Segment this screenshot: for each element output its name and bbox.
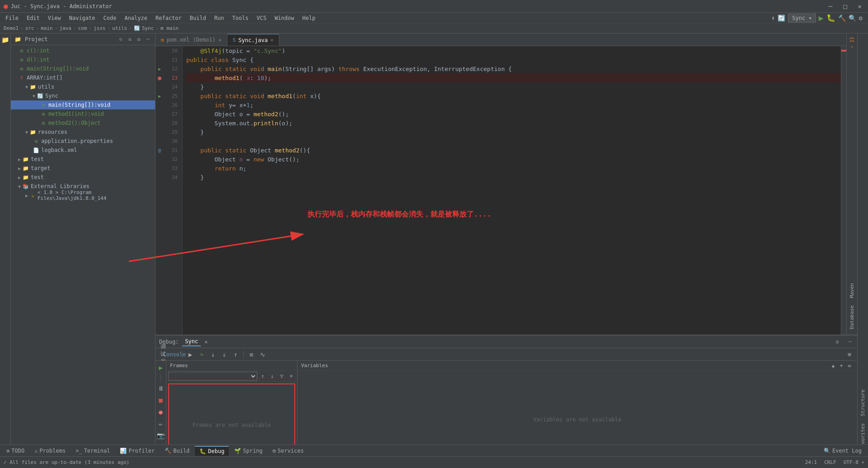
- update-icon[interactable]: 🔄: [778, 14, 785, 22]
- tree-item-test2[interactable]: ▶ 📁 test: [11, 173, 155, 182]
- menu-edit[interactable]: Edit: [23, 14, 43, 22]
- bc-src[interactable]: src: [25, 25, 34, 31]
- bc-utils[interactable]: utils: [112, 25, 127, 31]
- menu-build[interactable]: Build: [186, 14, 210, 22]
- event-log-tab[interactable]: 🔍 Event Log: [819, 446, 866, 456]
- debug-button[interactable]: 🐛: [826, 14, 835, 22]
- debug-settings-icon[interactable]: ⚙: [834, 338, 841, 345]
- sync-close[interactable]: ✕: [270, 37, 274, 43]
- charset[interactable]: UTF-8 ÷: [844, 459, 864, 465]
- step-over-button[interactable]: ↷: [197, 350, 207, 359]
- pom-close[interactable]: ✕: [218, 37, 222, 43]
- tab-debug[interactable]: 🐛 Debug: [195, 446, 229, 456]
- menu-navigate[interactable]: Navigate: [66, 14, 99, 22]
- hide-panel-icon[interactable]: ─: [144, 36, 151, 43]
- close-button[interactable]: ✕: [855, 2, 864, 11]
- tab-services[interactable]: ⚙ Services: [268, 446, 308, 456]
- tab-problems[interactable]: ⚠ Problems: [30, 446, 70, 456]
- tree-item-jdk[interactable]: ▶ ☕ < 1.8 > C:\Program Files\Java\jdk1.8…: [11, 191, 155, 200]
- code-content[interactable]: @Slf4j(topic = "c.Sync") public class Sy…: [183, 46, 841, 335]
- menu-file[interactable]: File: [2, 14, 22, 22]
- tab-profiler[interactable]: 📊 Profiler: [115, 446, 159, 456]
- bc-main-method[interactable]: m main: [160, 25, 179, 31]
- debug-pause-left[interactable]: ⏸: [156, 383, 166, 393]
- resume-button[interactable]: ▶: [185, 350, 195, 359]
- tree-item-test[interactable]: ▶ 📁 test: [11, 155, 155, 164]
- menu-help[interactable]: Help: [299, 14, 319, 22]
- bc-main[interactable]: main: [41, 25, 53, 31]
- tree-item-target[interactable]: ▶ 📁 target: [11, 164, 155, 173]
- run-button[interactable]: ▶: [819, 13, 824, 23]
- vars-scroll-up[interactable]: ▲: [829, 362, 837, 370]
- tree-item-resources[interactable]: ▼ 📁 resources: [11, 128, 155, 137]
- step-out-button[interactable]: ↑: [231, 350, 241, 359]
- scroll-to-icon[interactable]: ⊙: [117, 36, 124, 43]
- maximize-button[interactable]: □: [840, 2, 849, 11]
- menu-tools[interactable]: Tools: [229, 14, 252, 22]
- tree-item-method1[interactable]: m method1(int):void: [11, 109, 155, 118]
- menu-vcs[interactable]: VCS: [253, 14, 270, 22]
- cursor-position[interactable]: 24:1: [805, 459, 817, 465]
- bc-project[interactable]: Demo1: [4, 25, 19, 31]
- settings-gear-icon[interactable]: ⚙: [135, 36, 142, 43]
- tab-build[interactable]: 🔨 Build: [160, 446, 194, 456]
- frames-down-btn[interactable]: ↓: [268, 372, 276, 380]
- debug-btn-pencil[interactable]: ✏: [156, 419, 166, 429]
- tree-item-logback[interactable]: 📄 logback.xml: [11, 146, 155, 155]
- debug-btn-red[interactable]: ●: [156, 407, 166, 417]
- bc-com[interactable]: com: [78, 25, 87, 31]
- debug-btn-camera[interactable]: 📷: [156, 430, 166, 440]
- tab-sync-java[interactable]: S Sync.java ✕: [227, 34, 279, 46]
- menu-run[interactable]: Run: [211, 14, 228, 22]
- tree-item-c[interactable]: m c():int: [11, 46, 155, 55]
- tab-todo[interactable]: ≡ TODO: [2, 446, 29, 456]
- frames-add-btn[interactable]: +: [287, 372, 295, 380]
- vars-infinity-btn[interactable]: ∞: [845, 362, 854, 370]
- tab-terminal[interactable]: >_ Terminal: [71, 446, 114, 456]
- trace-button[interactable]: ∿: [258, 350, 268, 359]
- step-into-button[interactable]: ↓: [208, 350, 218, 359]
- frames-filter-btn[interactable]: ▽: [278, 372, 286, 380]
- menu-refactor[interactable]: Refactor: [152, 14, 185, 22]
- search-icon[interactable]: 🔍: [849, 14, 856, 22]
- bc-java[interactable]: java: [59, 25, 71, 31]
- sync-dropdown[interactable]: Sync ▾: [788, 14, 816, 23]
- bc-sync[interactable]: Sync: [142, 25, 154, 31]
- menu-code[interactable]: Code: [100, 14, 120, 22]
- force-step-into[interactable]: ⇓: [219, 350, 229, 359]
- tree-item-d[interactable]: m d():int: [11, 55, 155, 64]
- vcs-icon[interactable]: ⬆: [771, 14, 775, 22]
- breakpoint-dot-23[interactable]: ●: [158, 74, 161, 81]
- tree-item-application-props[interactable]: ⚙ application.properties: [11, 137, 155, 146]
- project-view-icon[interactable]: 📁: [1, 35, 10, 44]
- vars-add-btn[interactable]: +: [837, 362, 845, 370]
- tab-pom-xml[interactable]: m pom.xml (Demo1) ✕: [156, 34, 227, 46]
- tree-item-main[interactable]: m main(String[]):void: [11, 64, 155, 73]
- debug-minimize-icon[interactable]: ─: [846, 338, 854, 345]
- console-tab[interactable]: Console: [170, 350, 179, 359]
- structure-label[interactable]: Structure: [860, 386, 866, 420]
- collapse-all-icon[interactable]: ≡: [126, 36, 133, 43]
- bc-jsxs[interactable]: jsxs: [94, 25, 106, 31]
- line-ending[interactable]: CRLF: [824, 459, 836, 465]
- database-label[interactable]: Database: [849, 302, 855, 333]
- maven-label[interactable]: Maven: [849, 279, 855, 302]
- menu-view[interactable]: View: [44, 14, 65, 22]
- run-arrow-25[interactable]: ▶: [158, 94, 161, 99]
- minimize-button[interactable]: ─: [826, 2, 835, 11]
- menu-window[interactable]: Window: [271, 14, 297, 22]
- build-button[interactable]: 🔨: [838, 14, 846, 22]
- evaluate-button[interactable]: ≡: [246, 350, 256, 359]
- settings-icon[interactable]: ⚙: [859, 14, 863, 22]
- run-arrow-22[interactable]: ▶: [158, 66, 161, 71]
- menu-analyze[interactable]: Analyze: [121, 14, 151, 22]
- tree-item-utils[interactable]: ▼ 📁 utils: [11, 82, 155, 91]
- tree-item-method2[interactable]: m method2():Object: [11, 118, 155, 128]
- debug-resume-left[interactable]: ▶: [156, 363, 166, 373]
- code-area[interactable]: ▶ ● ▶: [156, 46, 846, 335]
- frames-up-btn[interactable]: ↑: [259, 372, 267, 380]
- debug-stop-left[interactable]: ■: [156, 395, 166, 405]
- restore-layout-icon[interactable]: ⊞: [844, 350, 854, 359]
- tree-item-sync[interactable]: ▼ 🔄 Sync: [11, 91, 155, 100]
- debug-tab-sync[interactable]: Sync: [182, 337, 201, 346]
